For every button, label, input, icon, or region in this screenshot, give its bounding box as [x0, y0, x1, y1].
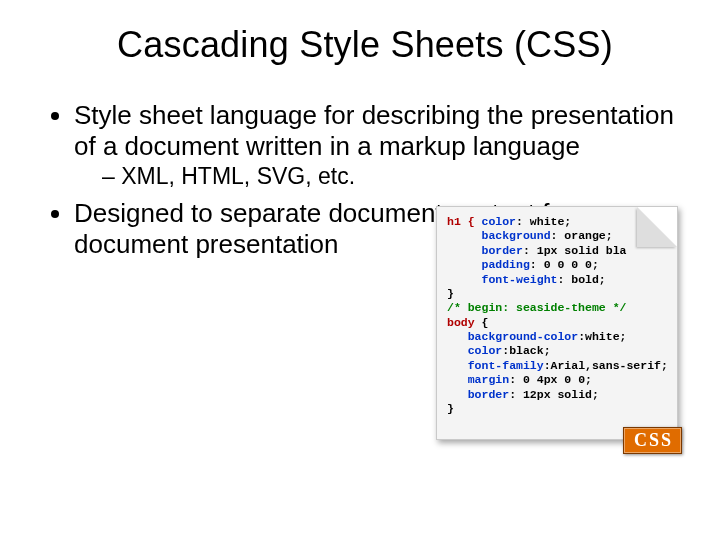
- code-block: h1 { color: white; background: orange; b…: [437, 207, 677, 424]
- code-l2b: : orange;: [551, 229, 613, 242]
- css-code-illustration: h1 { color: white; background: orange; b…: [436, 206, 676, 440]
- code-l2a: background: [482, 229, 551, 242]
- code-l11b: :Arial,sans-serif;: [544, 359, 668, 372]
- code-l6: }: [447, 287, 454, 300]
- code-l8b: {: [475, 316, 489, 329]
- code-l10a: color: [468, 344, 503, 357]
- code-l9a: background-color: [468, 330, 578, 343]
- code-l1c: : white;: [516, 215, 571, 228]
- code-l1b: color: [482, 215, 517, 228]
- code-l4b: : 0 0 0 0;: [530, 258, 599, 271]
- code-l11a: font-family: [468, 359, 544, 372]
- css-badge: CSS: [623, 427, 682, 454]
- code-l5b: : bold;: [557, 273, 605, 286]
- code-l5a: font-weight: [482, 273, 558, 286]
- bullet-1-text: Style sheet language for describing the …: [74, 100, 674, 161]
- code-l13a: border: [468, 388, 509, 401]
- code-l8a: body: [447, 316, 475, 329]
- code-l14: }: [447, 402, 454, 415]
- code-sheet: h1 { color: white; background: orange; b…: [436, 206, 678, 440]
- code-l13b: : 12px solid;: [509, 388, 599, 401]
- bullet-1-sub: XML, HTML, SVG, etc.: [102, 163, 680, 190]
- slide: Cascading Style Sheets (CSS) Style sheet…: [0, 0, 720, 540]
- code-l12a: margin: [468, 373, 509, 386]
- code-l10b: :black;: [502, 344, 550, 357]
- bullet-list-level2: XML, HTML, SVG, etc.: [74, 163, 680, 190]
- code-l3b: : 1px solid bla: [523, 244, 627, 257]
- code-l3a: border: [482, 244, 523, 257]
- code-l12b: : 0 4px 0 0;: [509, 373, 592, 386]
- code-l9b: :white;: [578, 330, 626, 343]
- bullet-1: Style sheet language for describing the …: [74, 100, 680, 190]
- slide-title: Cascading Style Sheets (CSS): [50, 24, 680, 66]
- code-l7: /* begin: seaside-theme */: [447, 301, 626, 314]
- code-l1a: h1 {: [447, 215, 482, 228]
- code-l4a: padding: [482, 258, 530, 271]
